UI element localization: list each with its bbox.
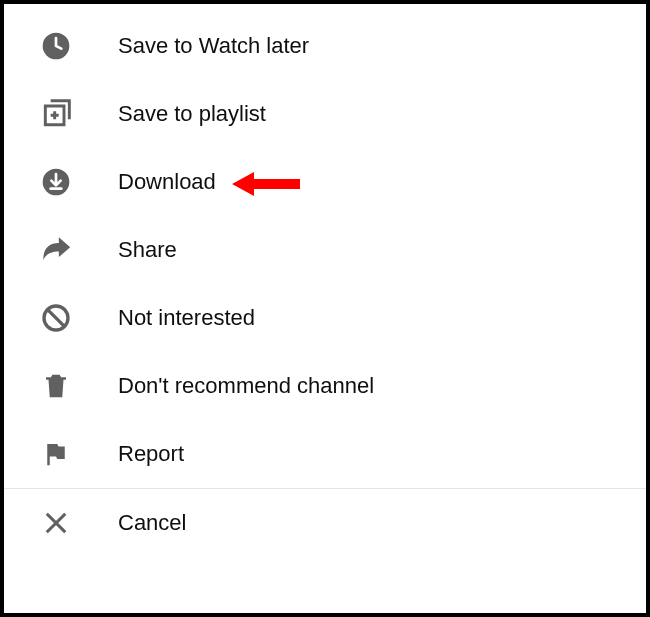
svg-line-3 [47,309,64,326]
menu-item-not-interested[interactable]: Not interested [4,284,646,352]
flag-icon [34,432,78,476]
trash-icon [34,364,78,408]
menu-item-label: Download [118,169,216,195]
menu-item-label: Cancel [118,510,186,536]
menu-item-watch-later[interactable]: Save to Watch later [4,12,646,80]
highlight-arrow-icon [232,170,302,198]
share-icon [34,228,78,272]
menu-item-label: Share [118,237,177,263]
menu-item-label: Save to playlist [118,101,266,127]
menu-list: Save to Watch later Save to playlist Dow… [4,4,646,557]
menu-item-download[interactable]: Download [4,148,646,216]
menu-sheet: Save to Watch later Save to playlist Dow… [0,0,650,617]
menu-item-label: Report [118,441,184,467]
menu-item-label: Save to Watch later [118,33,309,59]
menu-item-dont-recommend[interactable]: Don't recommend channel [4,352,646,420]
close-icon [34,501,78,545]
menu-item-share[interactable]: Share [4,216,646,284]
menu-item-report[interactable]: Report [4,420,646,488]
menu-item-save-playlist[interactable]: Save to playlist [4,80,646,148]
playlist-add-icon [34,92,78,136]
not-interested-icon [34,296,78,340]
menu-item-label: Don't recommend channel [118,373,374,399]
clock-icon [34,24,78,68]
menu-item-cancel[interactable]: Cancel [4,489,646,557]
download-icon [34,160,78,204]
menu-item-label: Not interested [118,305,255,331]
